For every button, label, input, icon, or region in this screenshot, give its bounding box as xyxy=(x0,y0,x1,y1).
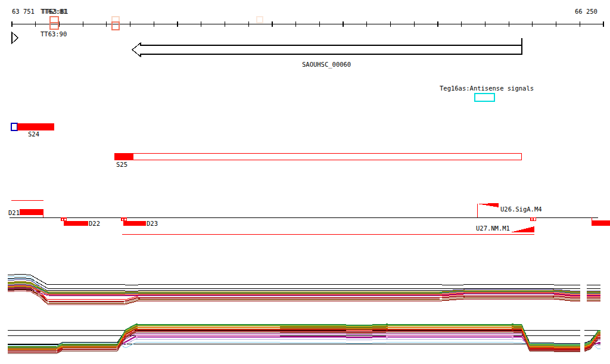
d23-mini-box[interactable] xyxy=(125,218,127,221)
u27-label: U27.NM.M1 xyxy=(476,225,510,232)
s24-outline-box[interactable] xyxy=(11,123,17,130)
s24-bar[interactable] xyxy=(17,123,54,130)
d22-bar[interactable] xyxy=(64,221,88,226)
u-mini-box[interactable] xyxy=(531,218,533,221)
s25-feature[interactable] xyxy=(114,153,522,160)
coverage-line xyxy=(8,331,580,352)
d22-mini-box[interactable] xyxy=(64,218,67,221)
genome-browser-canvas xyxy=(0,0,610,364)
d23-mini-box[interactable] xyxy=(122,218,124,221)
right-feature-bar[interactable] xyxy=(592,220,610,226)
genome-browser-view: 63 751 66 250 TT62:81 TT63:81 TT63:90 SA… xyxy=(0,0,610,364)
coverage-line xyxy=(8,278,580,288)
gene-arrow[interactable] xyxy=(132,43,522,57)
ruler-end-label: 66 250 xyxy=(575,8,597,15)
u-mini-box[interactable] xyxy=(534,218,536,221)
tt63-90-label: TT63:90 xyxy=(41,31,67,38)
s24-feature[interactable] xyxy=(11,123,54,130)
u27-flag-triangle[interactable] xyxy=(511,226,534,232)
s25-solid-bar[interactable] xyxy=(114,153,133,160)
sequence-ruler[interactable] xyxy=(12,21,603,27)
terminator-marker-box-faint[interactable] xyxy=(257,17,263,23)
terminator-marker-box[interactable] xyxy=(50,23,58,29)
coverage-plot-lower xyxy=(8,324,600,353)
antisense-signal-label: Teg16as:Antisense signals xyxy=(440,85,534,92)
ruler-start-label: 63 751 xyxy=(12,8,35,15)
d22-mini-box[interactable] xyxy=(61,218,64,221)
gene-feature[interactable] xyxy=(132,38,522,57)
d22-label: D22 xyxy=(89,220,100,227)
d23-label: D23 xyxy=(147,220,158,227)
tt63-81-label: TT63:81 xyxy=(42,8,68,15)
s24-label: S24 xyxy=(28,131,39,138)
s25-outline-bar[interactable] xyxy=(133,154,522,160)
u26-label: U26.SigA.M4 xyxy=(500,206,542,213)
terminator-marker-box-pale[interactable] xyxy=(112,17,119,22)
coverage-line xyxy=(8,274,580,285)
coverage-line xyxy=(8,279,580,291)
gene-name-label: SAOUHSC_00060 xyxy=(302,61,351,68)
u26-flag-triangle[interactable] xyxy=(477,203,499,207)
coverage-plot-upper xyxy=(8,274,600,304)
terminator-markers[interactable] xyxy=(50,17,263,30)
d23-bar[interactable] xyxy=(123,221,146,226)
terminator-marker-box[interactable] xyxy=(50,17,58,23)
d21-bar[interactable] xyxy=(20,209,43,215)
terminator-marker-box[interactable] xyxy=(112,22,119,30)
s25-label: S25 xyxy=(116,161,127,168)
strand-indicator-triangle[interactable] xyxy=(12,32,18,43)
antisense-signal-box[interactable] xyxy=(475,94,494,101)
d21-label: D21 xyxy=(8,210,20,216)
